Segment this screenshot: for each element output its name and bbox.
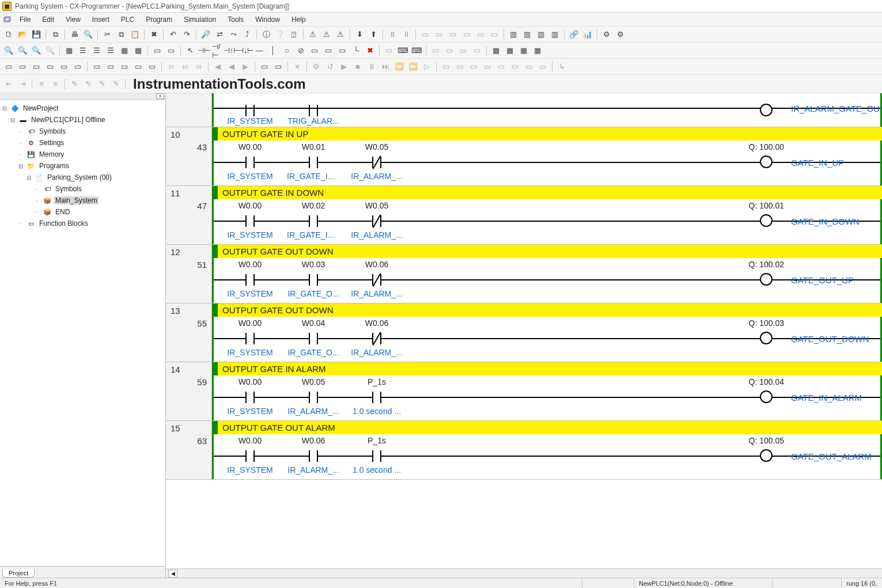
contact-no-icon[interactable]: ⊣⊢: [198, 44, 210, 57]
menu-window[interactable]: Window: [249, 14, 286, 25]
edit3-icon[interactable]: ✎: [96, 78, 108, 90]
zoom-out-icon[interactable]: 🔍: [16, 44, 29, 57]
keyboard-icon[interactable]: ⌨: [396, 44, 409, 57]
select-icon[interactable]: ↖: [184, 44, 196, 57]
contact-no[interactable]: W0.00IR_SYSTEM: [224, 258, 277, 299]
contact-nc[interactable]: W0.06IR_ALARM_...: [350, 317, 403, 358]
diagram-hscroll[interactable]: ◀: [166, 568, 882, 578]
menu-simulation[interactable]: Simulation: [178, 14, 222, 25]
run-play-icon[interactable]: ▶: [338, 60, 350, 73]
tool-a-icon[interactable]: ⚙: [600, 28, 613, 41]
table3-icon[interactable]: ▦: [517, 44, 530, 57]
layout4-icon[interactable]: ▭: [481, 60, 494, 73]
rung[interactable]: 1043OUTPUT GATE IN UPW0.00IR_SYSTEMW0.01…: [166, 127, 882, 186]
info-icon[interactable]: ⓘ: [260, 28, 272, 41]
new-file-icon[interactable]: 🗋: [2, 28, 15, 41]
output-coil[interactable]: Q: 100.02: [721, 258, 784, 288]
zoom-in-icon[interactable]: 🔍: [2, 44, 15, 57]
sim2-icon[interactable]: ▭: [433, 28, 445, 41]
output-coil[interactable]: Q: 100.03: [721, 317, 784, 347]
layout6-icon[interactable]: ▭: [509, 60, 521, 73]
tool-c-icon[interactable]: ▭: [383, 44, 395, 57]
sim-a-icon[interactable]: ▭: [90, 60, 103, 73]
menu-plc[interactable]: PLC: [115, 14, 140, 25]
copy-icon[interactable]: ⧉: [115, 28, 127, 41]
screen2-icon[interactable]: ▭: [16, 60, 29, 73]
link-icon[interactable]: 🔗: [567, 28, 580, 41]
print-icon[interactable]: 🖶: [68, 28, 81, 41]
contact-no[interactable]: W0.03IR_GATE_O...: [287, 258, 340, 299]
delete-icon[interactable]: ✖: [147, 28, 160, 41]
upload-icon[interactable]: ⬆: [367, 28, 380, 41]
menu-program[interactable]: Program: [140, 14, 178, 25]
edit2-icon[interactable]: ✎: [82, 78, 94, 90]
output-coil[interactable]: [721, 93, 784, 115]
sim-d-icon[interactable]: ▭: [132, 60, 145, 73]
func3-icon[interactable]: ▭: [336, 44, 349, 57]
scroll-left-icon[interactable]: ◀: [168, 570, 177, 578]
run-reset-icon[interactable]: ↺: [324, 60, 336, 73]
rung-ladder[interactable]: W0.00IR_SYSTEMW0.03IR_GATE_O...W0.06IR_A…: [212, 258, 882, 303]
func2-icon[interactable]: ▭: [322, 44, 335, 57]
indent-left-icon[interactable]: ⇤: [2, 78, 15, 90]
view2-icon[interactable]: ☰: [90, 44, 103, 57]
coil-not-icon[interactable]: ⊘: [294, 44, 307, 57]
rung[interactable]: 1459OUTPUT GATE IN ALARMW0.00IR_SYSTEMW0…: [166, 362, 882, 421]
download-icon[interactable]: ⬇: [353, 28, 366, 41]
nav3-icon[interactable]: ▶: [239, 60, 252, 73]
tree-p1-end[interactable]: ·📦 END: [1, 206, 164, 218]
sim6-icon[interactable]: ▭: [488, 28, 501, 41]
layout9-icon[interactable]: ↳: [555, 60, 568, 73]
pause2-icon[interactable]: ⏸: [400, 28, 412, 41]
rack2-icon[interactable]: ▥: [521, 28, 533, 41]
project-tree[interactable]: ⊟🔷 NewProject ⊟▬ NewPLC1[CP1L] Offline ·…: [0, 100, 165, 566]
ladder-diagram[interactable]: IR_SYSTEMTRIG_ALAR...IR_ALARM_GATE_OUT10…: [166, 93, 882, 568]
help-icon[interactable]: ❔: [274, 28, 286, 41]
contact-no[interactable]: P_1s1.0 second ...: [350, 434, 403, 476]
rung-comment[interactable]: OUTPUT GATE IN ALARM: [212, 362, 882, 375]
run-pause-icon[interactable]: ⏸: [365, 60, 378, 73]
zoom-sel-icon[interactable]: 🔍: [44, 44, 56, 57]
rack3-icon[interactable]: ▥: [535, 28, 547, 41]
replace-icon[interactable]: ⇄: [213, 28, 226, 41]
win4-icon[interactable]: ▭: [471, 44, 483, 57]
tree-tab-project[interactable]: Project: [2, 569, 35, 578]
paste-icon[interactable]: 📋: [128, 28, 141, 41]
restore-window-icon[interactable]: [1, 14, 13, 25]
sim3-icon[interactable]: ▭: [446, 28, 459, 41]
contact-no[interactable]: W0.00IR_SYSTEM: [224, 199, 277, 241]
tree-programs[interactable]: ⊟📁 Programs: [1, 160, 164, 172]
open-file-icon[interactable]: 📂: [16, 28, 29, 41]
find-next-icon[interactable]: ⤳: [227, 28, 240, 41]
edit1-icon[interactable]: ✎: [68, 78, 81, 90]
screen3-icon[interactable]: ▭: [30, 60, 43, 73]
contact-no[interactable]: W0.00IR_SYSTEM: [224, 434, 277, 476]
contact-nc[interactable]: W0.05IR_ALARM_...: [350, 141, 403, 182]
tree-p1-symbols[interactable]: ·🏷 Symbols: [1, 183, 164, 195]
hline-icon[interactable]: —: [253, 44, 266, 57]
warning2-icon[interactable]: ⚠: [320, 28, 333, 41]
func-icon[interactable]: ▭: [308, 44, 321, 57]
tree-program1[interactable]: ⊟📄 Parking_System (00): [1, 172, 164, 183]
screen4-icon[interactable]: ▭: [44, 60, 56, 73]
tree-fblocks[interactable]: ·▭ Function Blocks: [1, 218, 164, 229]
contact-no[interactable]: TRIG_ALAR...: [287, 93, 340, 127]
layout8-icon[interactable]: ▭: [536, 60, 549, 73]
layout3-icon[interactable]: ▭: [467, 60, 480, 73]
coil-icon[interactable]: ○: [281, 44, 293, 57]
menu-tools[interactable]: Tools: [222, 14, 249, 25]
rung-ladder[interactable]: IR_SYSTEMTRIG_ALAR...IR_ALARM_GATE_OUT: [212, 93, 882, 127]
contact-no[interactable]: W0.06IR_ALARM_...: [287, 434, 340, 476]
contact-no[interactable]: W0.05IR_ALARM_...: [287, 375, 340, 417]
menu-insert[interactable]: Insert: [86, 14, 115, 25]
st-icon[interactable]: ▭: [165, 44, 177, 57]
contact-p-icon[interactable]: ⊣↑⊢: [225, 44, 238, 57]
rung[interactable]: IR_SYSTEMTRIG_ALAR...IR_ALARM_GATE_OUT: [166, 93, 882, 127]
zoom-fit-icon[interactable]: 🔍: [30, 44, 43, 57]
compare-icon[interactable]: ⧉: [49, 28, 62, 41]
t16-icon[interactable]: 16: [192, 60, 205, 73]
contact-no[interactable]: W0.02IR_GATE_IN...: [287, 199, 340, 241]
sim-c-icon[interactable]: ▭: [118, 60, 131, 73]
contact-no[interactable]: W0.00IR_SYSTEM: [224, 317, 277, 358]
save-file-icon[interactable]: 💾: [30, 28, 43, 41]
